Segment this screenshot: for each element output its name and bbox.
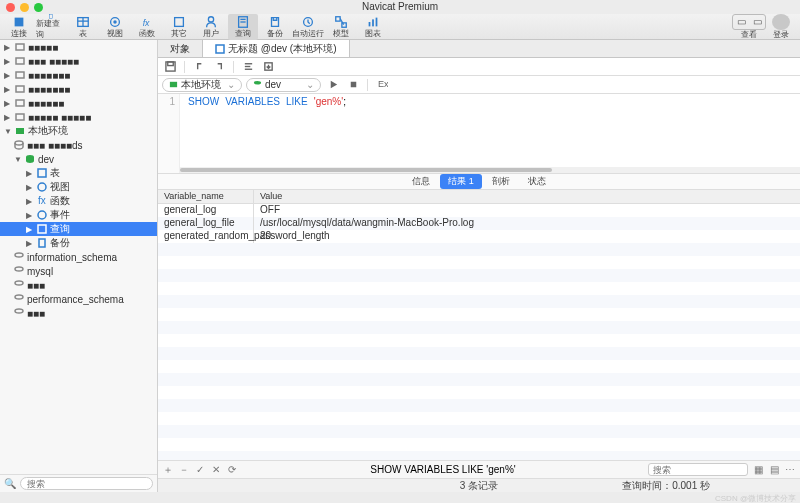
zoom-window-icon[interactable] bbox=[34, 3, 43, 12]
connection-item[interactable]: ▶■■■■■ ■■■■■ bbox=[0, 110, 157, 124]
detail-view-icon[interactable]: ▭ bbox=[749, 15, 765, 29]
toolbar-chart[interactable]: 图表 bbox=[358, 14, 388, 40]
database-item[interactable]: information_schema bbox=[0, 250, 157, 264]
database-item[interactable]: ■■■ bbox=[0, 278, 157, 292]
svg-rect-26 bbox=[16, 128, 24, 134]
connection-item[interactable]: ▶■■■■■■■ bbox=[0, 68, 157, 82]
tree-events[interactable]: ▶事件 bbox=[0, 208, 157, 222]
svg-point-9 bbox=[208, 16, 213, 21]
refresh-icon[interactable]: ⟳ bbox=[226, 464, 238, 476]
result-tab-result[interactable]: 结果 1 bbox=[440, 174, 482, 189]
toolbar-user[interactable]: 用户 bbox=[196, 14, 226, 40]
settings-icon[interactable]: ⋯ bbox=[784, 464, 796, 476]
svg-rect-0 bbox=[15, 17, 24, 26]
svg-point-30 bbox=[38, 183, 46, 191]
format-button[interactable] bbox=[240, 60, 256, 74]
query-toolbar bbox=[158, 58, 800, 76]
toolbar-model[interactable]: 模型 bbox=[326, 14, 356, 40]
toolbar-view[interactable]: 视图 bbox=[100, 14, 130, 40]
redo-button[interactable] bbox=[211, 60, 227, 74]
document-tabs: 对象 无标题 @dev (本地环境) bbox=[158, 40, 800, 58]
database-dev[interactable]: ▼dev bbox=[0, 152, 157, 166]
toolbar-function[interactable]: fx函数 bbox=[132, 14, 162, 40]
minimize-window-icon[interactable] bbox=[20, 3, 29, 12]
database-item[interactable]: mysql bbox=[0, 264, 157, 278]
toolbar-autorun[interactable]: 自动运行 bbox=[292, 14, 324, 40]
export-button[interactable] bbox=[260, 60, 276, 74]
svg-point-35 bbox=[15, 253, 23, 257]
env-selector[interactable]: 本地环境⌄ bbox=[162, 78, 242, 92]
sql-editor[interactable]: 1 SHOW VARIABLES LIKE 'gen%'; bbox=[158, 94, 800, 174]
run-button[interactable] bbox=[325, 78, 341, 92]
connection-item[interactable]: ▶■■■■■■ bbox=[0, 96, 157, 110]
save-button[interactable] bbox=[162, 60, 178, 74]
toolbar-backup[interactable]: 备份 bbox=[260, 14, 290, 40]
add-row-icon[interactable]: ＋ bbox=[162, 464, 174, 476]
toolbar-view-mode[interactable]: ▭▭ 查看 bbox=[734, 14, 764, 40]
undo-button[interactable] bbox=[191, 60, 207, 74]
tree-views[interactable]: ▶视图 bbox=[0, 180, 157, 194]
tab-query[interactable]: 无标题 @dev (本地环境) bbox=[203, 40, 350, 57]
horizontal-scrollbar[interactable] bbox=[180, 167, 800, 173]
svg-rect-42 bbox=[167, 62, 173, 66]
form-view-icon[interactable]: ▤ bbox=[768, 464, 780, 476]
svg-point-6 bbox=[113, 20, 117, 24]
grid-footer-toolbar: ＋ － ✓ ✕ ⟳ SHOW VARIABLES LIKE 'gen%' ▦ ▤… bbox=[158, 460, 800, 478]
table-row[interactable]: general_logOFF bbox=[158, 204, 800, 217]
main-toolbar: 连接 新建查询 表 视图 fx函数 其它 用户 查询 备份 自动运行 模型 图表… bbox=[0, 14, 800, 40]
svg-rect-21 bbox=[16, 58, 24, 64]
connection-item[interactable]: ▶■■■ ■■■■■ bbox=[0, 54, 157, 68]
cancel-icon[interactable]: ✕ bbox=[210, 464, 222, 476]
tree-functions[interactable]: ▶fx函数 bbox=[0, 194, 157, 208]
svg-rect-29 bbox=[38, 169, 46, 177]
result-tab-analyze[interactable]: 剖析 bbox=[484, 174, 518, 189]
watermark: CSDN @微博技术分享 bbox=[715, 493, 796, 503]
svg-rect-18 bbox=[372, 19, 374, 26]
toolbar-login[interactable]: 登录 bbox=[766, 14, 796, 40]
close-window-icon[interactable] bbox=[6, 3, 15, 12]
grid-search-input[interactable] bbox=[648, 463, 748, 476]
connection-env[interactable]: ▼本地环境 bbox=[0, 124, 157, 138]
commit-icon[interactable]: ✓ bbox=[194, 464, 206, 476]
status-bar: 3 条记录 查询时间：0.001 秒 bbox=[158, 478, 800, 492]
result-tab-status[interactable]: 状态 bbox=[520, 174, 554, 189]
database-item[interactable]: performance_schema bbox=[0, 292, 157, 306]
toolbar-table[interactable]: 表 bbox=[68, 14, 98, 40]
database-item[interactable]: ■■■ bbox=[0, 306, 157, 320]
connection-item[interactable]: ▶■■■■■ bbox=[0, 40, 157, 54]
explain-button[interactable]: Ex bbox=[374, 78, 390, 92]
svg-point-37 bbox=[15, 281, 23, 285]
column-header[interactable]: Variable_name bbox=[158, 190, 254, 203]
toolbar-new-query[interactable]: 新建查询 bbox=[36, 14, 66, 40]
connection-sidebar: ▶■■■■■ ▶■■■ ■■■■■ ▶■■■■■■■ ▶■■■■■■■ ▶■■■… bbox=[0, 40, 158, 492]
toolbar-query[interactable]: 查询 bbox=[228, 14, 258, 40]
result-grid[interactable]: general_logOFF general_log_file/usr/loca… bbox=[158, 204, 800, 460]
column-header[interactable]: Value bbox=[254, 190, 800, 203]
toolbar-other[interactable]: 其它 bbox=[164, 14, 194, 40]
search-icon: 🔍 bbox=[4, 478, 16, 490]
table-row[interactable]: generated_random_password_length20 bbox=[158, 230, 800, 243]
db-selector[interactable]: dev⌄ bbox=[246, 78, 321, 92]
tree-backups[interactable]: ▶备份 bbox=[0, 236, 157, 250]
svg-text:Ex: Ex bbox=[377, 79, 387, 89]
table-row[interactable]: general_log_file/usr/local/mysql/data/wa… bbox=[158, 217, 800, 230]
database-item[interactable]: ■■■ ■■■■ds bbox=[0, 138, 157, 152]
toolbar-connect[interactable]: 连接 bbox=[4, 14, 34, 40]
svg-point-27 bbox=[15, 141, 23, 145]
remove-row-icon[interactable]: － bbox=[178, 464, 190, 476]
tree-tables[interactable]: ▶表 bbox=[0, 166, 157, 180]
list-view-icon[interactable]: ▭ bbox=[733, 15, 749, 29]
tree-queries[interactable]: ▶查询 bbox=[0, 222, 157, 236]
svg-rect-24 bbox=[16, 100, 24, 106]
window-controls[interactable] bbox=[6, 3, 43, 12]
svg-rect-17 bbox=[369, 22, 371, 26]
svg-rect-14 bbox=[336, 16, 340, 20]
result-tab-info[interactable]: 信息 bbox=[404, 174, 438, 189]
tab-objects[interactable]: 对象 bbox=[158, 40, 203, 57]
grid-view-icon[interactable]: ▦ bbox=[752, 464, 764, 476]
svg-rect-8 bbox=[175, 17, 184, 26]
line-gutter: 1 bbox=[158, 94, 180, 173]
sidebar-search-input[interactable] bbox=[20, 477, 153, 490]
stop-button[interactable] bbox=[345, 78, 361, 92]
connection-item[interactable]: ▶■■■■■■■ bbox=[0, 82, 157, 96]
